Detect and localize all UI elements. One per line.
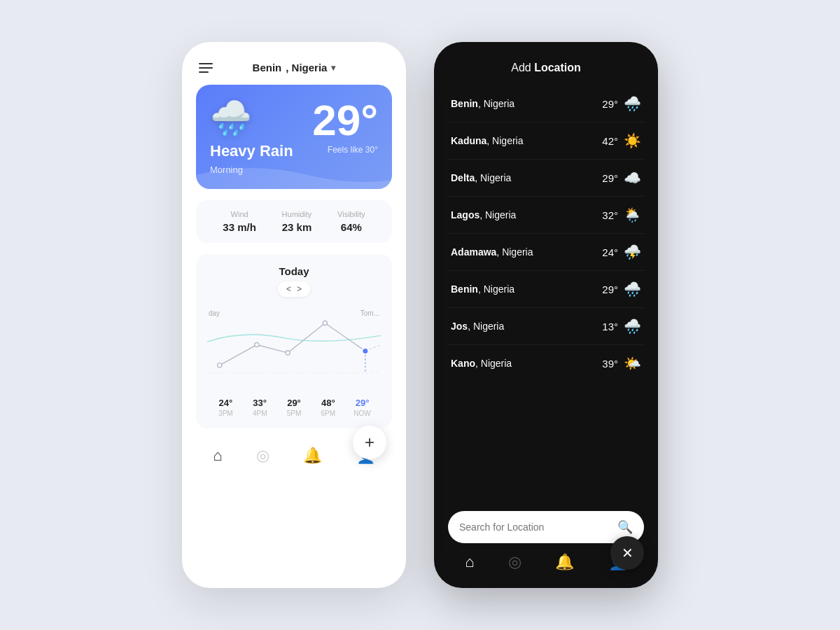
chart-section: Today < > day Tom... (196, 254, 392, 428)
chart-time-4: NOW (345, 410, 379, 417)
search-container[interactable]: 🔍 (448, 511, 644, 543)
svg-point-3 (255, 342, 259, 346)
location-item[interactable]: Kano, Nigeria 39° 🌤️ (448, 345, 644, 382)
location-list: Benin, Nigeria 29° 🌧️ Kaduna, Nigeria 42… (448, 85, 644, 503)
right-bottom-nav: ⌂ ◎ 🔔 👤 ✕ (448, 543, 644, 574)
chevron-down-icon: ▾ (331, 63, 335, 73)
loc-temp-7: 39° (602, 358, 618, 370)
location-item[interactable]: Kaduna, Nigeria 42° ☀️ (448, 122, 644, 160)
chart-temp-3: 48° (311, 398, 345, 408)
temperature-chart: day Tom... (207, 302, 381, 393)
search-input[interactable] (459, 522, 617, 533)
loc-name-5: Benin, Nigeria (451, 284, 514, 295)
loc-temp-0: 29° (602, 98, 618, 110)
loc-name-3: Lagos, Nigeria (451, 209, 516, 220)
wind-label: Wind (223, 210, 256, 218)
loc-temp-2: 29° (602, 172, 618, 184)
loc-weather-icon-0: 🌧️ (624, 95, 641, 112)
right-nav-home-icon[interactable]: ⌂ (465, 553, 474, 571)
loc-temp-3: 32° (602, 209, 618, 221)
temperature-display: 29° (312, 99, 378, 142)
weather-card: 🌧️ Heavy Rain Morning 29° Feels like 30° (196, 85, 392, 189)
right-nav-bell-icon[interactable]: 🔔 (555, 553, 574, 571)
right-phone-header: Add Location (448, 62, 644, 74)
chart-temp-4: 29° (345, 398, 379, 408)
wind-value: 33 m/h (223, 221, 256, 233)
loc-right-2: 29° ☁️ (602, 169, 641, 186)
phone-header: Benin , Nigeria ▾ (196, 62, 392, 74)
loc-weather-icon-2: ☁️ (624, 169, 641, 186)
chart-temp-1: 33° (243, 398, 277, 408)
location-item[interactable]: Jos, Nigeria 13° 🌧️ (448, 308, 644, 345)
humidity-stat: Humidity 23 km (282, 210, 312, 233)
fab-add-button[interactable]: + (353, 426, 386, 459)
chart-point-1: 33° 4PM (243, 398, 277, 417)
nav-bell-icon[interactable]: 🔔 (303, 447, 322, 465)
chart-prev-icon[interactable]: < (286, 284, 291, 294)
weather-right-info: 29° Feels like 30° (312, 99, 378, 155)
visibility-label: Visibility (337, 210, 365, 218)
location-item[interactable]: Adamawa, Nigeria 24° ⛈️ (448, 234, 644, 271)
svg-point-4 (286, 351, 290, 355)
loc-name-1: Kaduna, Nigeria (451, 135, 523, 146)
chart-time-0: 3PM (209, 410, 243, 417)
chart-nav-controls[interactable]: < > (278, 281, 310, 297)
loc-name-7: Kano, Nigeria (451, 358, 512, 369)
chart-point-3: 48° 6PM (311, 398, 345, 417)
loc-right-0: 29° 🌧️ (602, 95, 641, 112)
stats-card: Wind 33 m/h Humidity 23 km Visibility 64… (196, 200, 392, 243)
svg-point-5 (323, 321, 327, 325)
loc-weather-icon-3: 🌦️ (624, 206, 641, 223)
city-name: Benin (253, 62, 282, 74)
visibility-stat: Visibility 64% (337, 210, 365, 233)
weather-condition: Heavy Rain (210, 142, 293, 160)
loc-weather-icon-7: 🌤️ (624, 355, 641, 372)
humidity-value: 23 km (282, 221, 312, 233)
location-item[interactable]: Benin, Nigeria 29° 🌧️ (448, 271, 644, 308)
location-selector[interactable]: Benin , Nigeria ▾ (253, 62, 336, 74)
right-nav-location-icon[interactable]: ◎ (508, 553, 522, 571)
phone-right: Add Location Benin, Nigeria 29° 🌧️ Kadun… (434, 42, 658, 588)
chart-point-4: 29° NOW (345, 398, 379, 417)
chart-temp-0: 24° (209, 398, 243, 408)
feels-like: Feels like 30° (312, 145, 378, 155)
day-label-prev: day (209, 309, 220, 317)
menu-icon[interactable] (199, 63, 213, 73)
loc-temp-6: 13° (602, 321, 618, 332)
add-label: Add (511, 62, 534, 74)
visibility-value: 64% (337, 221, 365, 233)
phones-container: Benin , Nigeria ▾ 🌧️ Heavy Rain Morning … (154, 14, 686, 616)
loc-name-2: Delta, Nigeria (451, 172, 511, 183)
rain-cloud-icon: 🌧️ (210, 99, 293, 138)
chart-time-1: 4PM (243, 410, 277, 417)
close-button[interactable]: ✕ (610, 536, 644, 570)
chart-time-labels: 24° 3PM 33° 4PM 29° 5PM 48° 6PM 29° NO (207, 398, 381, 417)
location-item[interactable]: Delta, Nigeria 29° ☁️ (448, 160, 644, 197)
location-item[interactable]: Lagos, Nigeria 32° 🌦️ (448, 197, 644, 234)
chart-next-icon[interactable]: > (297, 284, 302, 294)
location-item[interactable]: Benin, Nigeria 29° 🌧️ (448, 85, 644, 122)
phone-left: Benin , Nigeria ▾ 🌧️ Heavy Rain Morning … (182, 42, 406, 588)
country-name: , Nigeria (286, 62, 327, 74)
loc-temp-4: 24° (602, 246, 618, 258)
chart-temp-2: 29° (277, 398, 312, 408)
nav-location-icon[interactable]: ◎ (256, 447, 270, 465)
nav-home-icon[interactable]: ⌂ (213, 447, 222, 465)
chart-svg (207, 302, 381, 393)
search-icon[interactable]: 🔍 (617, 519, 633, 535)
chart-title: Today (279, 265, 309, 277)
loc-temp-1: 42° (602, 135, 618, 147)
loc-name-0: Benin, Nigeria (451, 98, 514, 109)
loc-weather-icon-6: 🌧️ (624, 318, 641, 335)
loc-right-5: 29° 🌧️ (602, 281, 641, 298)
loc-weather-icon-1: ☀️ (624, 132, 641, 149)
loc-weather-icon-5: 🌧️ (624, 281, 641, 298)
svg-point-2 (218, 363, 222, 368)
loc-right-1: 42° ☀️ (602, 132, 641, 149)
loc-right-3: 32° 🌦️ (602, 206, 641, 223)
chart-time-2: 5PM (277, 410, 312, 417)
chart-time-3: 6PM (311, 410, 345, 417)
loc-name-6: Jos, Nigeria (451, 321, 504, 332)
loc-right-6: 13° 🌧️ (602, 318, 641, 335)
chart-point-2: 29° 5PM (277, 398, 312, 417)
